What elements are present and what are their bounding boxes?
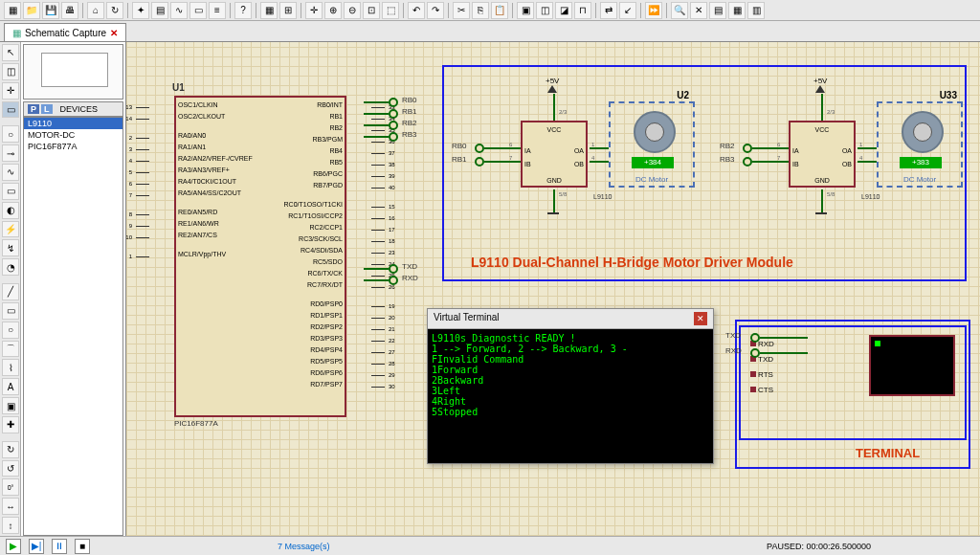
mcu-part: PIC16F877A xyxy=(174,419,218,428)
select-icon[interactable]: ↖ xyxy=(2,44,19,61)
graph-icon[interactable]: ∿ xyxy=(2,164,19,181)
rb0-label: RB0 xyxy=(402,96,417,104)
pause-icon[interactable]: ⏸ xyxy=(52,539,67,554)
help-icon[interactable]: ? xyxy=(234,2,252,19)
align-icon[interactable]: ⊓ xyxy=(574,2,591,19)
refresh-icon[interactable]: ↻ xyxy=(106,2,123,19)
mcu-chip[interactable]: 13OSC1/CLKIN14OSC2/CLKOUT2RA0/AN03RA1/AN… xyxy=(174,96,346,417)
close-icon[interactable]: ✕ xyxy=(110,28,118,38)
zoom-area-icon[interactable]: ⬚ xyxy=(382,2,399,19)
open-icon[interactable]: 📁 xyxy=(23,2,40,19)
gnd-symbol-1 xyxy=(547,212,559,214)
zoom-in-icon[interactable]: ⊕ xyxy=(324,2,342,19)
paste-icon[interactable]: 📋 xyxy=(491,2,508,19)
report-icon[interactable]: ▤ xyxy=(709,2,726,19)
wave-icon[interactable]: ∿ xyxy=(170,2,188,19)
undo-icon[interactable]: ↶ xyxy=(408,2,425,19)
list-item[interactable]: L9110 xyxy=(24,118,122,129)
motor1-caption: DC Motor xyxy=(611,175,693,184)
probe-v-icon[interactable]: ⚡ xyxy=(2,221,19,238)
overview-map[interactable] xyxy=(23,44,123,100)
circle-icon[interactable]: ○ xyxy=(2,322,19,339)
speed-icon[interactable]: ⏩ xyxy=(645,2,662,19)
symbol-icon[interactable]: ▣ xyxy=(2,397,19,414)
close-icon[interactable]: ✕ xyxy=(694,312,707,325)
netlist-icon[interactable]: ▥ xyxy=(747,2,765,19)
motor1[interactable]: U2 +384 DC Motor xyxy=(609,101,695,188)
driver1-chip[interactable]: VCC IA IB OA OB GND xyxy=(521,121,588,188)
v5-symbol-2: +5V xyxy=(813,77,827,93)
line-icon[interactable]: ╱ xyxy=(2,283,19,300)
driver2-chip[interactable]: VCC IA IB OA OB GND xyxy=(789,121,856,188)
wire xyxy=(364,113,389,115)
doc-icon[interactable]: ▭ xyxy=(189,2,207,19)
cut-icon[interactable]: ✂ xyxy=(453,2,470,19)
box-icon[interactable]: ▭ xyxy=(2,302,19,320)
center-icon[interactable]: ✛ xyxy=(305,2,323,19)
tab-schematic[interactable]: ▦ Schematic Capture ✕ xyxy=(4,23,126,41)
import-icon[interactable]: ↙ xyxy=(619,2,636,19)
terminal-icon[interactable]: ○ xyxy=(2,125,19,143)
ungroup-icon[interactable]: ◪ xyxy=(555,2,572,19)
tape-icon[interactable]: ▭ xyxy=(2,183,19,200)
schematic-canvas[interactable]: U1 13OSC1/CLKIN14OSC2/CLKOUT2RA0/AN03RA1… xyxy=(126,42,980,536)
list-item[interactable]: MOTOR-DC xyxy=(24,129,122,141)
arc-icon[interactable]: ⌒ xyxy=(2,341,19,358)
wire xyxy=(858,147,877,149)
pin-icon[interactable]: ⊸ xyxy=(2,144,19,162)
rb1-in-label: RB1 xyxy=(452,155,467,164)
redo-icon[interactable]: ↷ xyxy=(427,2,444,19)
play-icon[interactable]: ▶ xyxy=(6,539,21,554)
probe-i-icon[interactable]: ↯ xyxy=(2,239,19,256)
zoom-fit-icon[interactable]: ⊡ xyxy=(363,2,380,19)
block-icon[interactable]: ▣ xyxy=(517,2,534,19)
bom-icon[interactable]: ▦ xyxy=(728,2,746,19)
find-icon[interactable]: 🔍 xyxy=(671,2,688,19)
pick-button[interactable]: P xyxy=(28,104,39,114)
devices-header: P L DEVICES xyxy=(23,101,123,117)
xfer-icon[interactable]: ⇄ xyxy=(600,2,617,19)
path-icon[interactable]: ⌇ xyxy=(2,359,19,376)
rb3-in-terminal xyxy=(743,157,752,166)
virtual-terminal-window[interactable]: Virtual Terminal ✕ L9110s_Diagnostic REA… xyxy=(427,308,714,464)
canvas-area[interactable]: U1 13OSC1/CLKIN14OSC2/CLKOUT2RA0/AN03RA1… xyxy=(126,42,980,536)
flip-v-icon[interactable]: ↕ xyxy=(2,517,19,534)
tool-icon[interactable]: ✦ xyxy=(132,2,149,19)
save-icon[interactable]: 💾 xyxy=(42,2,59,19)
step-icon[interactable]: ▶| xyxy=(29,539,44,554)
device-list[interactable]: L9110 MOTOR-DC PIC16F877A xyxy=(23,117,123,536)
erc-icon[interactable]: ✕ xyxy=(690,2,707,19)
junction-icon[interactable]: ✛ xyxy=(2,82,19,100)
print-icon[interactable]: 🖶 xyxy=(61,2,78,19)
messages-count[interactable]: 7 Message(s) xyxy=(278,542,330,551)
zoom-out-icon[interactable]: ⊖ xyxy=(344,2,361,19)
rb2-label: RB2 xyxy=(402,119,417,127)
label-icon[interactable]: ▭ xyxy=(2,101,19,119)
marker-icon[interactable]: ✚ xyxy=(2,416,19,433)
component-icon[interactable]: ◫ xyxy=(2,63,19,80)
motor2[interactable]: U33 +383 DC Motor xyxy=(877,101,963,188)
list-icon[interactable]: ≡ xyxy=(209,2,226,19)
driver2-part: L9110 xyxy=(861,193,880,200)
vterm-titlebar[interactable]: Virtual Terminal ✕ xyxy=(428,309,713,329)
lib-button[interactable]: L xyxy=(41,104,53,114)
group-icon[interactable]: ◫ xyxy=(536,2,553,19)
text-icon[interactable]: A xyxy=(2,378,19,395)
home-icon[interactable]: ⌂ xyxy=(87,2,104,19)
rotate-cw-icon[interactable]: ↻ xyxy=(2,441,19,458)
motor2-status: +383 xyxy=(900,157,942,168)
instrument-icon[interactable]: ◔ xyxy=(2,258,19,276)
snap-icon[interactable]: ⊞ xyxy=(279,2,297,19)
wire xyxy=(364,268,389,270)
ia-label: IA xyxy=(524,147,531,154)
pin-num: 2/3 xyxy=(559,109,567,115)
copy-icon[interactable]: ⎘ xyxy=(472,2,489,19)
gen-icon[interactable]: ◐ xyxy=(2,202,19,219)
stop-icon[interactable]: ■ xyxy=(75,539,90,554)
flip-h-icon[interactable]: ↔ xyxy=(2,498,19,515)
rotate-ccw-icon[interactable]: ↺ xyxy=(2,460,19,477)
list-item[interactable]: PIC16F877A xyxy=(24,141,122,152)
new-icon[interactable]: ▦ xyxy=(4,2,21,19)
grid-icon[interactable]: ▦ xyxy=(260,2,278,19)
chart-icon[interactable]: ▤ xyxy=(151,2,168,19)
